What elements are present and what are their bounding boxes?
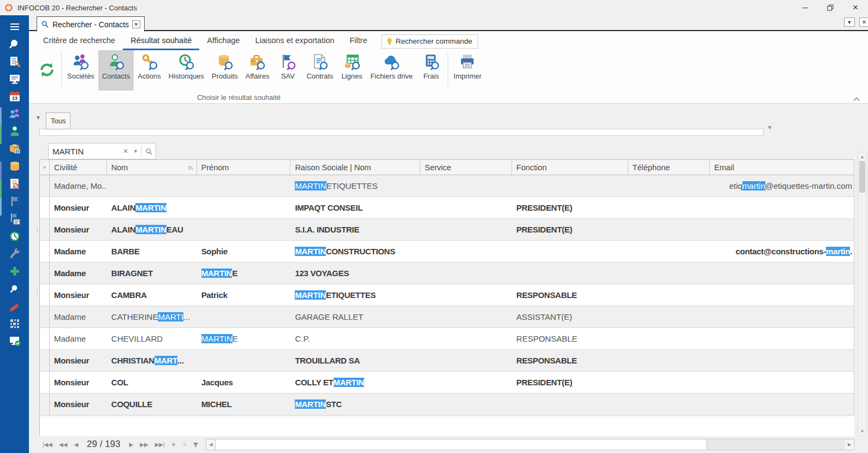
sidebar-flag-icon[interactable] <box>8 195 22 208</box>
produits-button[interactable]: Produits <box>208 50 242 91</box>
affaires-button[interactable]: Affaires <box>242 50 274 91</box>
table-row[interactable]: MadameBARBESophieMARTIN CONSTRUCTIONScon… <box>40 241 854 263</box>
tab-list-dropdown[interactable]: ▼ <box>844 17 855 27</box>
sidebar-plus-icon[interactable] <box>8 265 22 278</box>
collapse-ribbon-icon[interactable] <box>853 94 860 100</box>
fichiers-drive-button[interactable]: Fichiers drive <box>367 50 417 91</box>
vertical-scroll-thumb[interactable] <box>859 161 865 193</box>
strip-dropdown-icon[interactable]: ▼ <box>767 124 772 130</box>
table-row[interactable]: MonsieurCOQUILLEMICHELMARTIN STC <box>40 394 854 415</box>
sidebar-flag-document-icon[interactable] <box>8 212 22 225</box>
first-page-button[interactable]: |◀◀ <box>39 442 56 448</box>
sidebar-history-icon[interactable] <box>8 230 22 243</box>
search-dropdown-icon[interactable]: ▼ <box>130 148 141 154</box>
sidebar-list-key-icon[interactable] <box>8 55 22 68</box>
table-cell <box>710 263 854 284</box>
tab-critere-de-recherche[interactable]: Critère de recherche <box>35 32 123 50</box>
vertical-scrollbar[interactable]: ▲ ▼ <box>858 152 867 436</box>
societes-button[interactable]: Sociétés <box>63 50 98 91</box>
scroll-left-icon[interactable]: ◀ <box>206 439 215 450</box>
sidebar-database-icon[interactable] <box>8 160 22 173</box>
actions-button[interactable]: Actions <box>134 50 165 91</box>
tab-resultat-souhaite[interactable]: Résultat souhaité <box>123 32 199 50</box>
lignes-button[interactable]: Lignes <box>337 50 367 91</box>
search-magnifier-icon[interactable] <box>141 146 153 157</box>
sidebar-accent-strip <box>0 126 2 144</box>
command-search-button[interactable]: Rechercher commande <box>382 34 478 49</box>
next-page-button[interactable]: ▶ <box>126 442 137 448</box>
prev-group-button[interactable]: ◀◀ <box>56 442 70 448</box>
table-cell: PRESIDENT(E) <box>512 197 628 218</box>
horizontal-scroll-thumb[interactable] <box>215 439 707 450</box>
row-grip-icon[interactable]: ⋮ <box>34 288 40 295</box>
column-header-raison-sociale-nom[interactable]: Raison Sociale | Nom <box>290 160 420 175</box>
sidebar-wrench-icon[interactable] <box>8 247 22 260</box>
sidebar-search-small-icon[interactable] <box>8 282 22 295</box>
sidebar-stamped-document-icon[interactable] <box>8 177 22 190</box>
table-row[interactable]: MonsieurCAMBRAPatrickMARTIN ETIQUETTESRE… <box>40 284 854 306</box>
sidebar-contact-icon[interactable] <box>8 125 22 138</box>
sav-button[interactable]: SAV <box>273 50 302 91</box>
table-row[interactable]: MonsieurALAIN MARTINEAUS.I.A. INDUSTRIEP… <box>40 219 854 241</box>
prev-page-button[interactable]: ◀ <box>70 442 81 448</box>
historiques-button[interactable]: Historiques <box>165 50 208 91</box>
imprimer-button[interactable]: Imprimer <box>450 50 485 91</box>
clear-search-icon[interactable]: ✕ <box>121 147 130 155</box>
column-header-fonction[interactable]: Fonction <box>512 160 628 175</box>
new-row-alt-button[interactable]: ✳ <box>179 442 190 448</box>
table-row[interactable]: Madame, Mo...MARTIN ETIQUETTESetiqmartin… <box>40 175 854 197</box>
sidebar-accent-strip <box>0 108 2 126</box>
column-header-t-l-phone[interactable]: Téléphone <box>628 160 710 175</box>
scroll-right-icon[interactable]: ▶ <box>845 439 854 450</box>
horizontal-scrollbar[interactable]: ◀ ▶ <box>206 439 854 450</box>
search-input[interactable] <box>52 147 121 156</box>
table-row[interactable]: MonsieurCOLJacquesCOLLY ET MARTINPRESIDE… <box>40 372 854 394</box>
sidebar-calendar-icon[interactable]: 23 <box>8 90 22 103</box>
sidebar-barcode-icon[interactable] <box>8 317 22 330</box>
table-cell: Madame, Mo... <box>50 175 107 196</box>
tab-filtre[interactable]: Filtre <box>342 32 375 50</box>
row-grip-icon[interactable]: ⋮ <box>34 226 40 233</box>
column-header-civilit-[interactable]: Civilité <box>50 160 107 175</box>
sidebar-companies-icon[interactable] <box>8 108 22 121</box>
scroll-up-icon[interactable]: ▲ <box>858 152 866 161</box>
table-row[interactable]: MadameCHEVILLARDMARTINEC.P.RESPONSABLE <box>40 328 854 350</box>
column-header-service[interactable]: Service <box>420 160 512 175</box>
key-search-icon <box>141 53 158 70</box>
tab-bar-close-icon[interactable]: ✕ <box>859 17 868 27</box>
close-button[interactable]: × <box>843 0 868 15</box>
sidebar-bookmark-icon[interactable] <box>8 300 22 313</box>
tab-affichage[interactable]: Affichage <box>199 32 247 50</box>
sidebar-monitor-list-icon[interactable] <box>8 73 22 86</box>
column-header-nom[interactable]: Nom <box>107 160 197 175</box>
filter-tab-tous[interactable]: Tous <box>46 112 70 129</box>
frais-button[interactable]: Frais <box>417 50 446 91</box>
next-group-button[interactable]: ▶▶ <box>136 442 151 448</box>
refresh-button[interactable] <box>34 50 60 90</box>
tab-rechercher-contacts[interactable]: Rechercher - Contacts ✕ <box>37 16 145 32</box>
table-cell: Patrick <box>197 284 291 306</box>
sidebar-monitor-check-icon[interactable] <box>8 335 22 348</box>
minimize-button[interactable]: ─ <box>793 0 818 15</box>
column-header-email[interactable]: Email <box>710 160 854 175</box>
table-row[interactable]: MadameCATHERINE MARTI...GARAGE RALLETASS… <box>40 306 854 328</box>
sidebar-menu-icon[interactable] <box>8 20 22 33</box>
last-page-button[interactable]: ▶▶| <box>152 442 168 448</box>
contacts-button[interactable]: Contacts <box>98 50 134 91</box>
tab-liaisons-et-exportation[interactable]: Liaisons et exportation <box>247 32 342 50</box>
column-header-pr-nom[interactable]: Prénom <box>197 160 291 175</box>
filter-funnel-icon[interactable] <box>192 441 199 448</box>
sidebar-search-icon[interactable] <box>8 38 22 51</box>
contrats-button[interactable]: Contrats <box>302 50 337 91</box>
table-cell: COLLY ET MARTIN <box>290 372 420 393</box>
table-row[interactable]: MadameBIRAGNETMARTINE123 VOYAGES <box>40 263 854 284</box>
view-dropdown-icon[interactable]: ▼ <box>35 115 41 121</box>
sidebar-package-icon[interactable] <box>8 142 22 156</box>
new-row-button[interactable]: ✳ <box>168 442 179 448</box>
table-cell <box>628 263 710 284</box>
scroll-down-icon[interactable]: ▼ <box>858 427 866 436</box>
tab-close-icon[interactable]: ✕ <box>132 20 140 28</box>
table-row[interactable]: MonsieurALAIN MARTINIMPAQT CONSEILPRESID… <box>40 197 854 219</box>
table-row[interactable]: MonsieurCHRISTIAN MART ...TROUILLARD SAR… <box>40 350 854 372</box>
restore-button[interactable] <box>818 0 843 15</box>
